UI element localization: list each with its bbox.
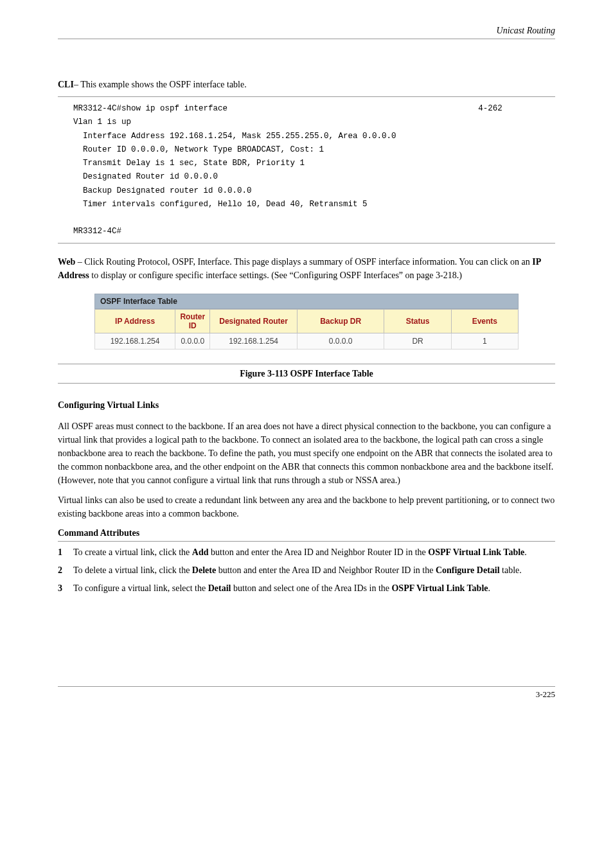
cell-bdr: 0.0.0.0 [297,333,384,349]
step-1-mid: button and enter the Area ID and Neighbo… [209,547,429,557]
th-status: Status [384,309,451,333]
th-ip-address: IP Address [95,309,175,333]
cli-out-1: Vlan 1 is up [73,118,131,127]
th-events: Events [451,309,518,333]
web-intro-suffix: to display or configure specific interfa… [89,270,462,280]
cell-rid: 0.0.0.0 [175,333,210,349]
cli-out-4: Transmit Delay is 1 sec, State BDR, Prio… [73,159,305,168]
ospf-interface-table-wrap: OSPF Interface Table IP Address Router I… [94,294,519,350]
table-row: 192.168.1.254 0.0.0.0 192.168.1.254 0.0.… [95,333,519,349]
command-attributes-heading: Command Attributes [58,528,555,538]
cell-ip[interactable]: 192.168.1.254 [95,333,175,349]
step-2: 2To delete a virtual link, click the Del… [58,563,555,578]
cli-output-block: MR3312-4C#show ip ospf interface 4-262 V… [58,102,555,239]
step-1-prefix: To create a virtual link, click the [73,547,192,557]
web-intro-prefix: – Click Routing Protocol, OSPF, Interfac… [75,257,532,267]
web-heading: Web [58,257,75,267]
footer-pagenum: 3-225 [536,689,555,700]
page-header-right: Unicast Routing [58,26,555,36]
step-2-num: 2 [58,563,73,578]
vlink-heading: Configuring Virtual Links [58,400,555,411]
cli-prompt: MR3312-4C# [73,227,121,236]
vlink-paragraph-2: Virtual links can also be used to create… [58,493,555,520]
cli-top-divider [58,96,555,97]
step-1-suffix: . [524,547,527,557]
figure-caption: Figure 3-113 OSPF Interface Table [58,367,555,380]
step-1-term2: OSPF Virtual Link Table [428,547,524,557]
cell-events: 1 [451,333,518,349]
th-designated-router: Designated Router [210,309,298,333]
step-1-term1: Add [192,547,209,557]
step-3-num: 3 [58,581,73,596]
step-3: 3To configure a virtual link, select the… [58,581,555,596]
cli-heading: CLI [58,80,74,89]
step-3-term2: OSPF Virtual Link Table [391,583,488,593]
step-3-mid: button and select one of the Area IDs in… [231,583,392,593]
cli-out-3: Router ID 0.0.0.0, Network Type BROADCAS… [73,145,324,154]
page-footer: 3-225 [58,686,555,700]
figure-top-divider [58,364,555,364]
step-2-term1: Delete [192,565,216,575]
vlink-paragraph-1: All OSPF areas must connect to the backb… [58,420,555,487]
cli-bottom-divider [58,243,555,244]
step-1-num: 1 [58,545,73,560]
step-2-mid: button and enter the Area ID and Neighbo… [216,565,436,575]
step-2-suffix: table. [500,565,522,575]
cli-intro: – This example shows the OSPF interface … [74,80,247,89]
cli-pageref: 4-262 [478,104,502,113]
web-intro: Web – Click Routing Protocol, OSPF, Inte… [58,255,555,282]
cell-status: DR [384,333,451,349]
table-header-row: IP Address Router ID Designated Router B… [95,309,519,333]
cli-intro-line: CLI– This example shows the OSPF interfa… [58,78,555,91]
step-3-term1: Detail [208,583,231,593]
th-router-id: Router ID [175,309,210,333]
header-divider [58,39,555,39]
step-2-term2: Configure Detail [436,565,500,575]
ospf-interface-table: IP Address Router ID Designated Router B… [94,309,519,350]
step-2-prefix: To delete a virtual link, click the [73,565,192,575]
cmd-attr-divider [58,541,555,542]
cli-out-7: Timer intervals configured, Hello 10, De… [73,200,368,209]
step-3-prefix: To configure a virtual link, select the [73,583,208,593]
step-3-suffix: . [488,583,491,593]
cell-dr: 192.168.1.254 [210,333,298,349]
th-backup-dr: Backup DR [297,309,384,333]
cli-out-6: Backup Designated router id 0.0.0.0 [73,186,252,195]
cli-cmd: MR3312-4C#show ip ospf interface [73,104,227,113]
step-1: 1To create a virtual link, click the Add… [58,545,555,560]
ospf-table-title: OSPF Interface Table [94,294,519,309]
cli-out-2: Interface Address 192.168.1.254, Mask 25… [73,132,396,141]
figure-bottom-divider [58,383,555,384]
cli-out-5: Designated Router id 0.0.0.0 [73,172,218,181]
